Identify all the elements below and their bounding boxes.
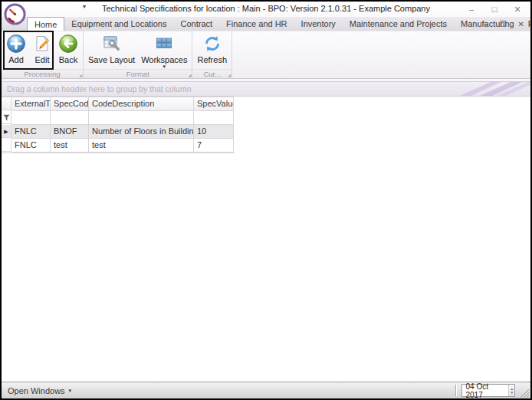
edit-icon — [32, 33, 52, 54]
cell-speccode[interactable]: BNOF — [51, 125, 89, 139]
date-spinner[interactable]: ▴ ▾ — [508, 385, 514, 396]
dialog-launcher-icon[interactable]: ◢ — [189, 74, 192, 77]
ribbon-tab-bar: Home Equipment and Locations Contract Fi… — [2, 17, 530, 31]
status-separator — [455, 385, 456, 396]
open-windows-label: Open Windows — [8, 386, 65, 395]
tab-inventory[interactable]: Inventory — [294, 17, 343, 31]
row-indicator-cell — [2, 139, 11, 152]
cell-externaltype[interactable]: FNLC — [11, 125, 51, 139]
mdi-minimize-button[interactable]: – — [484, 18, 488, 30]
status-bar-right: 04 Oct 2017 ▴ ▾ — [455, 382, 530, 398]
current-buttons: Refresh — [192, 31, 232, 69]
column-header-specvalue[interactable]: SpecValue — [194, 97, 234, 111]
maximize-button[interactable]: □ — [483, 2, 506, 17]
open-windows-dropdown-icon: ▾ — [69, 388, 72, 394]
column-header-speccode[interactable]: SpecCode — [51, 97, 89, 111]
spec-grid: ExternalType SpecCode CodeDescription Sp… — [2, 97, 235, 153]
tab-maintenance-and-projects[interactable]: Maintenance and Projects — [343, 17, 454, 31]
refresh-button-label: Refresh — [197, 55, 227, 64]
title-bar: ▾ Technical Specifications for location … — [2, 2, 530, 17]
tab-contract[interactable]: Contract — [174, 17, 220, 31]
cell-specvalue[interactable]: 7 — [194, 139, 234, 152]
close-button[interactable]: ✕ — [506, 2, 529, 17]
group-caption-processing-label: Processing — [25, 70, 61, 78]
mdi-restore-button[interactable]: ❐ — [500, 18, 507, 30]
content-area: ExternalType SpecCode CodeDescription Sp… — [2, 97, 530, 382]
ribbon-group-processing: Add Edit — [2, 31, 84, 78]
column-header-codedescription[interactable]: CodeDescription — [89, 97, 194, 111]
save-layout-button-label: Save Layout — [88, 55, 135, 64]
workspaces-icon — [154, 33, 174, 54]
cell-speccode[interactable]: test — [51, 139, 89, 152]
window-title: Technical Specifications for location : … — [94, 4, 438, 13]
filter-icon — [3, 114, 10, 121]
ribbon-group-format: Save Layout Workspaces ▾ — [84, 31, 192, 78]
cell-codedescription[interactable]: test — [89, 139, 194, 152]
edit-button-label: Edit — [35, 55, 50, 64]
group-caption-format: Format ◢ — [84, 69, 192, 78]
workspaces-button[interactable]: Workspaces ▾ — [138, 33, 190, 69]
table-row[interactable]: ▶ FNLC BNOF Number of Floors in Building… — [2, 125, 235, 139]
date-editor[interactable]: 04 Oct 2017 ▴ ▾ — [461, 384, 515, 397]
resize-grip-icon[interactable] — [517, 386, 530, 398]
add-button[interactable]: Add — [3, 33, 29, 64]
mdi-close-button[interactable]: ✕ — [518, 18, 524, 30]
cell-codedescription[interactable]: Number of Floors in Building — [89, 125, 194, 139]
group-caption-current: Cur... ◢ — [192, 69, 232, 78]
quick-access-dropdown-icon[interactable]: ▾ — [83, 3, 86, 10]
back-button-label: Back — [59, 55, 77, 64]
open-windows-button[interactable]: Open Windows ▾ — [8, 386, 71, 395]
mdi-window-controls: – ❐ ✕ — [484, 18, 524, 30]
group-caption-processing: Processing ◢ — [2, 69, 83, 78]
row-indicator-icon: ▶ — [4, 129, 8, 134]
back-icon — [58, 33, 78, 54]
group-by-panel[interactable]: Drag a column header here to group by th… — [2, 81, 530, 97]
refresh-icon — [202, 33, 222, 54]
tab-equipment-and-locations[interactable]: Equipment and Locations — [64, 17, 173, 31]
grid-header-row: ExternalType SpecCode CodeDescription Sp… — [2, 97, 235, 111]
app-logo-icon[interactable] — [4, 3, 26, 25]
status-bar: Open Windows ▾ 04 Oct 2017 ▴ ▾ — [2, 382, 530, 398]
table-row[interactable]: FNLC test test 7 — [2, 139, 235, 152]
grid-filter-row — [2, 111, 235, 125]
cell-specvalue[interactable]: 10 — [194, 125, 234, 139]
column-header-externaltype[interactable]: ExternalType — [11, 97, 51, 111]
cell-externaltype[interactable]: FNLC — [11, 139, 51, 152]
ribbon-group-current: Refresh Cur... ◢ — [192, 31, 232, 78]
dialog-launcher-icon[interactable]: ◢ — [228, 74, 231, 77]
add-icon — [6, 33, 26, 54]
ribbon: Add Edit — [2, 31, 530, 79]
format-buttons: Save Layout Workspaces ▾ — [84, 31, 192, 69]
filter-cell-externaltype[interactable] — [11, 111, 51, 125]
tab-finance-and-hr[interactable]: Finance and HR — [219, 17, 294, 31]
minimize-button[interactable]: – — [460, 2, 483, 17]
save-layout-button[interactable]: Save Layout — [85, 33, 138, 64]
processing-buttons: Add Edit — [2, 31, 83, 69]
filter-cell-specvalue[interactable] — [194, 111, 234, 125]
filter-cell-codedescription[interactable] — [89, 111, 194, 125]
back-button[interactable]: Back — [55, 33, 81, 64]
date-value[interactable]: 04 Oct 2017 — [462, 382, 508, 399]
spinner-down-icon[interactable]: ▾ — [511, 391, 513, 395]
filter-indicator-cell — [2, 111, 11, 124]
app-window: { "window": { "title": "Technical Specif… — [0, 0, 532, 400]
swoosh-decoration — [446, 82, 530, 96]
group-caption-current-label: Cur... — [203, 70, 221, 78]
save-layout-icon — [102, 33, 122, 54]
row-indicator-cell: ▶ — [2, 125, 11, 138]
add-button-label: Add — [8, 55, 24, 64]
dialog-launcher-icon[interactable]: ◢ — [79, 74, 82, 77]
tab-home[interactable]: Home — [27, 17, 64, 31]
refresh-button[interactable]: Refresh — [194, 33, 230, 64]
header-indicator-cell — [2, 97, 11, 110]
group-caption-format-label: Format — [126, 70, 149, 78]
window-controls: – □ ✕ — [460, 2, 529, 17]
filter-cell-speccode[interactable] — [51, 111, 89, 125]
edit-button[interactable]: Edit — [29, 33, 55, 64]
